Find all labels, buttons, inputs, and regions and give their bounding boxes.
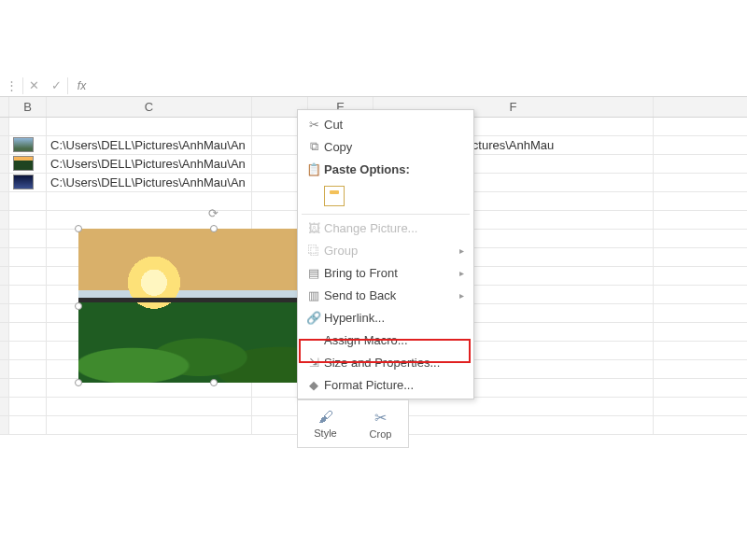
paste-options-header: 📋Paste Options:: [298, 158, 473, 180]
menu-send-to-back[interactable]: ▥Send to Back▸: [298, 284, 473, 306]
menu-format-picture[interactable]: ◆Format Picture...: [298, 373, 473, 396]
resize-handle[interactable]: [210, 379, 218, 386]
resize-handle[interactable]: [75, 225, 82, 232]
column-header-b[interactable]: B: [9, 97, 47, 117]
scissors-icon: ✂: [303, 118, 324, 132]
clipboard-icon: 📋: [303, 162, 324, 176]
submenu-arrow-icon: ▸: [459, 268, 464, 278]
paste-as-picture-icon: [324, 186, 345, 206]
cell-path[interactable]: C:\Users\DELL\Pictures\AnhMau\An: [47, 174, 252, 191]
picture-icon: 🖼: [303, 221, 324, 235]
thumbnail-icon[interactable]: [13, 156, 34, 171]
formula-confirm-icon[interactable]: ✓: [45, 77, 67, 94]
menu-group: ⿻Group▸: [298, 239, 473, 261]
cell-path[interactable]: C:\Users\DELL\Pictures\AnhMau\An: [47, 136, 252, 154]
bring-to-front-icon: ▤: [303, 266, 324, 280]
format-picture-icon: ◆: [303, 378, 324, 392]
group-icon: ⿻: [303, 244, 324, 258]
style-button[interactable]: 🖌Style: [298, 400, 353, 447]
size-icon: ⇲: [303, 356, 324, 370]
menu-size-and-properties[interactable]: ⇲Size and Properties...: [298, 351, 473, 373]
resize-handle[interactable]: [75, 302, 82, 310]
submenu-arrow-icon: ▸: [459, 245, 464, 256]
cell-path[interactable]: C:\Users\DELL\Pictures\AnhMau\An: [47, 155, 252, 173]
thumbnail-icon[interactable]: [13, 137, 34, 152]
menu-hyperlink[interactable]: 🔗Hyperlink...: [298, 306, 473, 329]
formula-bar: ⋮ ✕ ✓ fx: [0, 75, 747, 97]
menu-assign-macro[interactable]: Assign Macro...: [298, 329, 473, 351]
column-header-c[interactable]: C: [47, 97, 252, 117]
crop-button[interactable]: ✂Crop: [353, 400, 408, 447]
menu-copy[interactable]: ⧉Copy: [298, 135, 473, 158]
picture-mini-toolbar: 🖌Style ✂Crop: [297, 399, 409, 448]
copy-icon: ⧉: [303, 139, 324, 154]
picture-context-menu: ✂Cut ⧉Copy 📋Paste Options: 🖼Change Pictu…: [297, 109, 474, 399]
send-to-back-icon: ▥: [303, 288, 324, 302]
thumbnail-icon[interactable]: [13, 175, 34, 189]
paste-option-picture[interactable]: [298, 180, 473, 212]
resize-handle[interactable]: [210, 225, 218, 232]
fx-label[interactable]: fx: [72, 79, 86, 92]
crop-icon: ✂: [374, 409, 387, 427]
menu-cut[interactable]: ✂Cut: [298, 113, 473, 135]
rotate-handle-icon[interactable]: ⟳: [208, 204, 218, 221]
menu-change-picture[interactable]: 🖼Change Picture...: [298, 217, 473, 239]
link-icon: 🔗: [303, 311, 324, 325]
style-icon: 🖌: [318, 409, 333, 426]
menu-bring-to-front[interactable]: ▤Bring to Front▸: [298, 261, 473, 284]
formula-bar-menu-icon[interactable]: ⋮: [0, 77, 22, 94]
formula-cancel-icon[interactable]: ✕: [22, 77, 45, 94]
resize-handle[interactable]: [75, 379, 82, 386]
submenu-arrow-icon: ▸: [459, 290, 464, 301]
